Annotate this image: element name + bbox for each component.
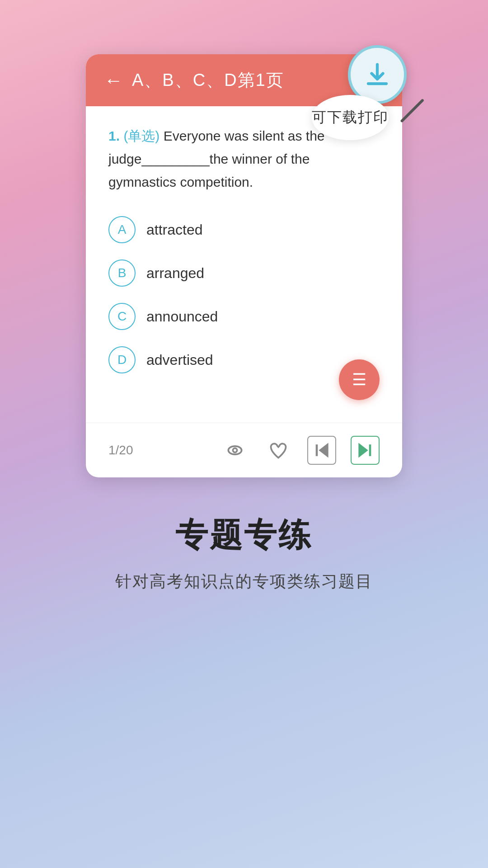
download-tooltip-text: 可下载打印: [312, 108, 389, 127]
option-b[interactable]: B arranged: [108, 259, 380, 287]
option-b-circle: B: [108, 259, 136, 287]
eye-button[interactable]: [221, 436, 249, 465]
option-c-text: announced: [146, 308, 218, 325]
sub-title: 针对高考知识点的专项类练习题目: [115, 571, 373, 593]
option-a-text: attracted: [146, 222, 203, 238]
option-c-letter: C: [117, 309, 127, 324]
main-title: 专题专练: [115, 514, 373, 557]
favorite-button[interactable]: [264, 436, 293, 465]
option-d-text: advertised: [146, 352, 213, 368]
page-indicator: 1/20: [108, 443, 133, 458]
card-footer: 1/20: [86, 423, 402, 477]
bottom-section: 专题专练 针对高考知识点的专项类练习题目: [88, 514, 400, 593]
next-button[interactable]: [351, 436, 380, 465]
option-c-circle: C: [108, 303, 136, 330]
option-b-text: arranged: [146, 265, 204, 282]
menu-fab[interactable]: ☰: [339, 359, 380, 400]
svg-point-5: [233, 448, 237, 452]
back-button[interactable]: ←: [104, 71, 123, 90]
quiz-card: ← A、B、C、D第1页: [86, 54, 402, 477]
menu-fab-icon: ☰: [352, 372, 366, 388]
magnifier-handle: [400, 99, 424, 123]
option-d[interactable]: D advertised: [108, 346, 380, 373]
question-type: (单选): [123, 128, 160, 143]
option-a-letter: A: [118, 222, 127, 237]
options-list: A attracted B arranged C announced: [108, 216, 380, 373]
question-number: 1.: [108, 128, 120, 143]
header-left: ← A、B、C、D第1页: [104, 69, 284, 92]
card-body: 1. (单选) Everyone was silent as the judge…: [86, 106, 402, 423]
option-c[interactable]: C announced: [108, 303, 380, 330]
option-d-letter: D: [117, 353, 127, 367]
download-magnifier[interactable]: 可下载打印: [348, 45, 429, 136]
option-a[interactable]: A attracted: [108, 216, 380, 243]
option-b-letter: B: [118, 266, 127, 280]
svg-marker-8: [359, 444, 367, 456]
svg-marker-6: [320, 444, 328, 456]
option-a-circle: A: [108, 216, 136, 243]
footer-actions: [221, 436, 380, 465]
header-title: A、B、C、D第1页: [132, 69, 284, 92]
prev-button[interactable]: [307, 436, 336, 465]
option-d-circle: D: [108, 346, 136, 373]
svg-point-4: [228, 446, 241, 454]
card-header: ← A、B、C、D第1页: [86, 54, 402, 106]
download-tooltip-bubble: 可下载打印: [312, 95, 389, 140]
